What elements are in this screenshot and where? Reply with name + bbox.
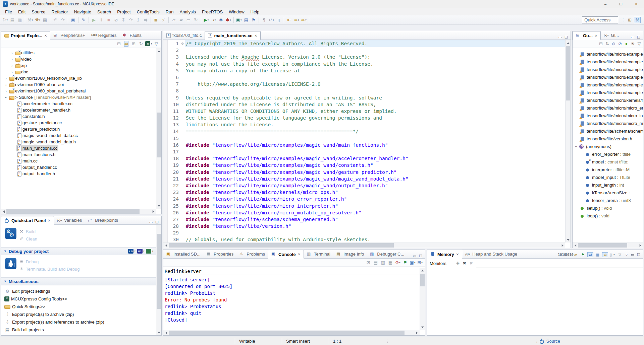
terminate-icon[interactable]: ■ — [105, 16, 112, 24]
dropdown-arrow-icon[interactable] — [215, 19, 216, 21]
trace-icon[interactable]: ✱ — [218, 16, 224, 24]
link-debug-context-icon[interactable]: ⇄ — [587, 251, 594, 258]
table-rendering-icon[interactable]: ▦ — [594, 251, 601, 258]
quickstart-link[interactable]: Build all projects — [4, 326, 156, 334]
scroll-right-icon[interactable] — [560, 243, 565, 248]
outline-include-item[interactable]: tensorflow/lite/micro/examples/magic_wan… — [573, 89, 643, 96]
outline-field-item[interactable]: model : const tflite: — [573, 158, 643, 166]
fold-marker-icon[interactable]: ⊖ — [180, 40, 185, 47]
outline-include-item[interactable]: tensorflow/lite/micro/examples/magic_wan… — [573, 66, 643, 73]
tree-item[interactable]: accelerometer_handler.h — [1, 107, 156, 113]
tab-terminal[interactable]: Terminal — [304, 250, 333, 258]
monitors-table-divider[interactable] — [476, 259, 476, 335]
instruction-stepping-icon[interactable]: ⇉ — [142, 16, 149, 24]
close-tab-icon[interactable] — [48, 219, 51, 222]
suspend-icon[interactable]: ‖ — [98, 16, 105, 24]
fold-marker-icon[interactable] — [180, 196, 185, 202]
hide-fields-icon[interactable]: ⊘ — [611, 40, 616, 48]
tree-item[interactable]: constants.h — [1, 113, 156, 120]
tree-item[interactable]: gesture_predictor.h — [1, 126, 156, 132]
tree-item[interactable]: main_functions.h — [1, 151, 156, 158]
dropdown-arrow-icon[interactable] — [39, 19, 41, 21]
tab-registers[interactable]: Registers — [88, 31, 120, 40]
quickstart-vertical-scrollbar[interactable] — [156, 225, 161, 335]
expand-arrow-icon[interactable] — [4, 89, 8, 93]
fold-marker-icon[interactable] — [180, 47, 185, 54]
fold-marker-icon[interactable] — [180, 115, 185, 121]
outline-include-item[interactable]: tensorflow/lite/version.h — [573, 135, 643, 143]
editor-vertical-scrollbar[interactable] — [565, 40, 571, 243]
expand-arrow-icon[interactable] — [574, 145, 579, 149]
menu-item[interactable]: Edit — [15, 8, 29, 15]
dropdown-arrow-icon[interactable] — [613, 253, 616, 256]
outline-function-item[interactable]: loop() : void — [573, 212, 643, 220]
minimize-view-icon[interactable]: ▭ — [148, 220, 154, 224]
dropdown-arrow-icon[interactable] — [298, 19, 299, 21]
scroll-left-icon[interactable] — [163, 330, 169, 336]
dropdown-arrow-icon[interactable]: ▾ — [152, 250, 153, 253]
tab-variables[interactable]: Variables — [54, 216, 85, 224]
run-icon[interactable]: ▶ — [203, 16, 210, 24]
fold-marker-icon[interactable] — [180, 101, 185, 108]
fold-marker-icon[interactable] — [180, 203, 185, 209]
fold-marker-icon[interactable] — [180, 216, 185, 223]
view-menu-icon[interactable]: ▽ — [636, 40, 642, 48]
word-wrap-icon[interactable]: ↵ — [268, 16, 275, 24]
outline-include-item[interactable]: tensorflow/lite/micro/examples/magic_wan… — [573, 58, 643, 66]
pin-console-icon[interactable]: ⚑ — [402, 259, 409, 266]
pin-icon[interactable]: ⚑ — [250, 16, 257, 24]
fold-marker-icon[interactable] — [180, 128, 185, 135]
tree-item[interactable]: magic_wand_model_data.cc — [1, 132, 156, 139]
tab-memory[interactable]: Memory — [427, 250, 462, 259]
debug-shell-icon[interactable]: ≣ — [153, 16, 159, 24]
scroll-up-icon[interactable] — [156, 48, 162, 54]
outline-include-item[interactable]: tensorflow/lite/schema/schema_generated.… — [573, 127, 643, 135]
tab-faults[interactable]: Faults — [120, 31, 145, 40]
show-on-output-icon[interactable]: ▦ — [387, 259, 394, 266]
back-icon[interactable]: ⇦ — [293, 16, 300, 24]
outline-include-item[interactable]: tensorflow/lite/micro/examples/magic_wan… — [573, 81, 643, 89]
outline-include-item[interactable]: tensorflow/lite/micro/kernels/micro_ops.… — [573, 96, 643, 104]
tree-item[interactable]: gesture_predictor.cc — [1, 120, 156, 126]
tree-item[interactable]: accelerometer_handler.cc — [1, 100, 156, 107]
dropdown-arrow-icon[interactable]: ▾ — [143, 250, 145, 253]
minimize-view-icon[interactable]: ▭ — [557, 35, 563, 40]
fold-marker-icon[interactable] — [180, 169, 185, 176]
fold-marker-icon[interactable] — [180, 182, 185, 189]
tree-item[interactable]: video — [1, 56, 156, 62]
console-vertical-scrollbar[interactable] — [420, 268, 425, 330]
tab-image-info[interactable]: Image Info — [333, 250, 367, 258]
fold-marker-icon[interactable] — [180, 81, 185, 87]
scroll-left-icon[interactable] — [163, 243, 169, 248]
scrollbar-thumb[interactable] — [6, 209, 140, 214]
quickstart-link[interactable]: ✐ Clean — [18, 235, 37, 243]
dropdown-arrow-icon[interactable] — [399, 261, 400, 264]
expand-arrow-icon[interactable] — [4, 95, 8, 99]
remove-monitor-icon[interactable]: ✖ — [461, 261, 468, 266]
close-tab-icon[interactable] — [298, 253, 300, 256]
mark-occurrences-icon[interactable]: ✎ — [80, 16, 87, 24]
maximize-view-icon[interactable]: ☐ — [154, 220, 160, 224]
word-wrap-icon[interactable]: ▥ — [380, 259, 386, 266]
tab-outline[interactable]: Ou... — [573, 31, 601, 40]
new-memory-view-icon[interactable]: ▱ — [572, 251, 579, 258]
maximize-view-icon[interactable]: ☐ — [636, 253, 642, 257]
tab-console[interactable]: Console — [268, 250, 304, 259]
build-all-icon[interactable]: ⚒ — [27, 16, 34, 24]
menu-item[interactable]: Project — [114, 8, 133, 15]
collapse-section-icon[interactable]: ▼ — [4, 250, 7, 253]
fold-marker-icon[interactable] — [180, 189, 185, 196]
scrollbar-thumb[interactable] — [157, 113, 161, 157]
quickstart-trim-label[interactable]: Source — [546, 339, 560, 344]
scroll-down-icon[interactable] — [156, 330, 162, 335]
quickstart-link[interactable]: Quick Settings>> — [4, 303, 156, 310]
scroll-up-icon[interactable] — [420, 268, 425, 273]
scroll-right-icon[interactable] — [151, 209, 156, 214]
outline-function-item[interactable]: setup() : void — [573, 204, 643, 212]
new-project-wizard-icon[interactable]: ⚐ — [2, 16, 8, 24]
tree-item[interactable]: main.cc — [1, 158, 156, 164]
maximize-view-icon[interactable]: ☐ — [636, 35, 642, 40]
open-console-icon[interactable]: ⊞ — [417, 259, 423, 266]
resume-icon[interactable]: ▶ — [91, 16, 97, 24]
build-active-config-icon[interactable]: ⚒ — [34, 16, 41, 24]
